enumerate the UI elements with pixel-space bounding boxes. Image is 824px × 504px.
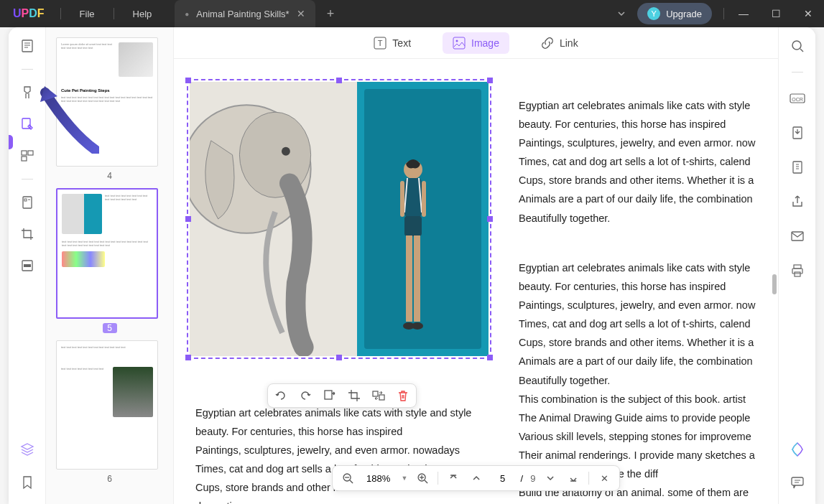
svg-rect-6 [28,151,33,155]
next-page-button[interactable] [542,470,558,486]
edit-toolbar: T Text Image Link [174,27,778,59]
svg-rect-24 [414,235,420,322]
right-tool-sidebar: OCR [778,27,815,504]
edit-text-label: Text [392,37,411,49]
resize-handle[interactable] [185,216,191,222]
search-icon[interactable] [789,37,806,55]
replace-image-icon[interactable] [371,388,386,403]
close-window-button[interactable]: ✕ [792,8,824,19]
thumbnail-page-5[interactable]: text text text text text text text text … [56,188,163,333]
delete-icon[interactable] [396,388,410,403]
convert-icon[interactable] [789,124,806,141]
compress-icon[interactable] [789,159,806,176]
svg-rect-47 [792,269,802,274]
email-icon[interactable] [789,228,806,245]
main-content: T Text Image Link [174,27,778,504]
titlebar: UPDF File Help ● Animal Painting Skills*… [0,0,824,27]
selected-image[interactable] [187,79,491,359]
tab-title: Animal Painting Skills* [196,9,289,19]
thumb-page-number: 5 [103,323,117,333]
rotate-right-icon[interactable] [298,388,313,403]
svg-rect-29 [325,391,332,399]
workspace: Lorem ipsum dolor sit amet text text tex… [9,27,815,504]
layers-icon[interactable] [19,441,36,458]
share-icon[interactable] [789,193,806,210]
new-tab-button[interactable]: + [315,6,346,22]
ai-icon[interactable] [789,441,806,458]
page-nav-bar: 188% ▼ / 9 ✕ [332,465,621,491]
svg-rect-44 [793,162,802,173]
print-icon[interactable] [789,262,806,279]
resize-handle[interactable] [487,355,493,360]
comment-icon[interactable] [789,474,806,491]
svg-rect-31 [379,395,384,400]
thumb-page-number: 4 [56,171,163,181]
page-number-input[interactable] [492,473,514,484]
reader-tool-icon[interactable] [19,37,36,55]
resize-handle[interactable] [185,78,191,83]
svg-text:T: T [378,39,383,47]
bookmark-icon[interactable] [19,474,36,491]
svg-rect-7 [22,157,27,161]
person-illustration [392,155,435,356]
minimize-button[interactable]: — [727,8,760,19]
document-text-block[interactable]: Egyptian art celebrates animals like cat… [519,96,763,228]
menu-help[interactable]: Help [117,9,168,19]
forms-tool-icon[interactable] [19,194,36,211]
document-area[interactable]: Egyptian art celebrates animals like cat… [174,59,778,504]
maximize-button[interactable]: ☐ [760,8,792,19]
zoom-in-button[interactable] [415,470,431,486]
edit-tool-icon[interactable] [19,116,36,133]
zoom-value: 188% [363,473,394,484]
left-tool-sidebar [9,27,46,504]
svg-rect-22 [404,216,422,236]
svg-rect-46 [794,265,801,269]
separator [723,8,724,19]
thumbnail-page-6[interactable]: text text text text text text text text … [56,340,163,484]
svg-point-16 [456,39,458,42]
resize-handle[interactable] [487,216,493,222]
user-avatar: Y [647,7,660,20]
zoom-dropdown-icon[interactable]: ▼ [402,475,408,482]
last-page-button[interactable] [565,470,581,486]
edit-image-label: Image [471,37,499,49]
annotate-tool-icon[interactable] [19,84,36,101]
resize-handle[interactable] [185,355,191,360]
svg-point-19 [282,147,290,156]
resize-handle[interactable] [336,355,342,360]
svg-rect-45 [792,232,803,241]
thumbnail-page-4[interactable]: Lorem ipsum dolor sit amet text text tex… [56,37,163,181]
thumbnail-panel: Lorem ipsum dolor sit amet text text tex… [46,27,174,504]
chevron-down-icon[interactable] [606,9,637,18]
redact-tool-icon[interactable] [19,257,36,274]
upgrade-button[interactable]: Y Upgrade [637,3,712,24]
scrollbar-thumb[interactable] [772,274,777,294]
crop-tool-icon[interactable] [19,225,36,243]
resize-handle[interactable] [336,78,342,83]
edit-link-label: Link [560,37,578,49]
extract-icon[interactable] [323,388,337,403]
first-page-button[interactable] [446,470,462,486]
edit-image-button[interactable]: Image [443,32,509,54]
prev-page-button[interactable] [469,470,485,486]
organize-tool-icon[interactable] [19,147,36,164]
resize-handle[interactable] [487,78,493,83]
crop-image-icon[interactable] [347,388,361,403]
edit-link-button[interactable]: Link [531,32,588,54]
svg-line-40 [800,49,803,52]
separator [588,472,589,485]
close-icon[interactable]: ✕ [297,8,305,19]
separator [22,179,33,179]
zoom-out-button[interactable] [340,470,356,486]
menu-file[interactable]: File [64,9,111,19]
svg-rect-23 [406,235,412,322]
elephant-illustration [190,82,375,356]
page-total: 9 [530,473,535,484]
document-tab[interactable]: ● Animal Painting Skills* ✕ [175,0,315,27]
svg-rect-12 [24,264,31,267]
rotate-left-icon[interactable] [274,388,288,403]
ocr-icon[interactable]: OCR [789,90,806,107]
panel-edge-handle[interactable] [9,135,13,149]
edit-text-button[interactable]: T Text [364,32,421,54]
close-nav-button[interactable]: ✕ [596,470,612,486]
